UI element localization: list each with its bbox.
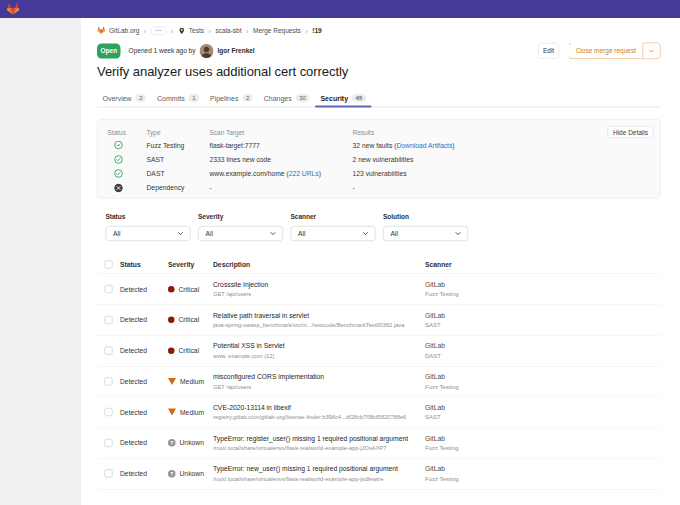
scanner-vendor: GitLab — [425, 372, 661, 382]
filter-solution: Solution All — [383, 213, 468, 241]
row-checkbox[interactable] — [105, 285, 113, 293]
mr-opened-text: Opened 1 week ago by — [129, 47, 196, 55]
vulnerability-row[interactable]: Detected Critical Potential XSS in Servl… — [97, 336, 661, 367]
urls-link[interactable]: 222 URLs — [289, 170, 319, 178]
row-checkbox[interactable] — [105, 439, 113, 447]
tab-label: Changes — [264, 94, 292, 102]
scanner-type: Fuzz Testing — [425, 443, 661, 452]
close-merge-request-button[interactable]: Close merge request — [569, 43, 643, 60]
filter-value: All — [206, 230, 270, 238]
vulnerability-status: Detected — [120, 439, 168, 447]
scan-target-text: 2333 lines new code — [210, 156, 272, 164]
chevron-down-icon — [455, 230, 462, 237]
vulnerability-row[interactable]: Detected Medium misconfigured CORS imple… — [97, 366, 661, 397]
summary-results: 2 new vulnerabilities — [353, 156, 651, 164]
filter-value: All — [298, 230, 362, 238]
mr-tabs: Overview 2 Commits 1 Pipelines 2 Changes… — [97, 89, 661, 108]
row-checkbox[interactable] — [105, 377, 113, 385]
summary-scan-target: www.example.com/home (222 URLs) — [210, 170, 353, 178]
vulnerability-status: Detected — [120, 408, 168, 416]
page: GitLab.org › ... › Tests › scala-sbt › — [0, 0, 680, 505]
summary-row-dast: DAST www.example.com/home (222 URLs) 123… — [108, 167, 651, 181]
top-navigation-bar — [0, 0, 680, 18]
results-text: 32 new faults ( — [353, 141, 397, 149]
vulnerability-filters: Status All Severity All Scanne — [106, 213, 661, 241]
breadcrumb-item-scala-sbt[interactable]: scala-sbt — [216, 27, 242, 35]
severity-label: Critical — [179, 347, 200, 355]
severity-filter-select[interactable]: All — [198, 226, 283, 241]
vulnerability-row[interactable]: Detected Critical Crosssite Injection GE… — [97, 274, 661, 305]
scanner-type: Fuzz Testing — [425, 474, 661, 483]
severity-label: Unkown — [180, 470, 204, 478]
severity-medium-icon — [168, 378, 176, 385]
status-success-icon — [114, 155, 123, 164]
gitlab-logo-icon[interactable] — [7, 3, 20, 16]
tab-pipelines[interactable]: Pipelines 2 — [204, 89, 258, 107]
summary-scan-target: flask-target:7777 — [210, 141, 353, 149]
select-all-checkbox[interactable] — [105, 261, 113, 269]
summary-scan-target: - — [210, 184, 353, 192]
summary-row-fuzz-testing: Fuzz Testing flask-target:7777 32 new fa… — [108, 138, 651, 152]
author-name[interactable]: Igor Frenkel — [217, 47, 254, 55]
vulnerability-row[interactable]: Detected ? Unkown TypeError: register_us… — [97, 428, 661, 459]
chevron-down-icon — [362, 230, 369, 237]
tab-security[interactable]: Security 45 — [315, 89, 371, 107]
row-checkbox[interactable] — [105, 408, 113, 416]
results-text: ) — [452, 141, 454, 149]
edit-button[interactable]: Edit — [538, 43, 559, 59]
tab-overview[interactable]: Overview 2 — [97, 89, 152, 107]
status-filter-select[interactable]: All — [106, 226, 191, 241]
hide-details-button[interactable]: Hide Details — [607, 126, 653, 138]
download-artifacts-link[interactable]: Download Artifacts — [396, 141, 452, 149]
left-sidebar — [0, 18, 81, 505]
vulnerability-title[interactable]: Relative path traversal in servlet — [213, 310, 425, 320]
close-merge-request-dropdown-button[interactable] — [643, 43, 661, 60]
status-failed-icon — [114, 183, 123, 192]
breadcrumb-item-gitlab-org[interactable]: GitLab.org — [97, 27, 139, 35]
severity-label: Critical — [179, 285, 200, 293]
vulnerability-status: Detected — [120, 316, 168, 324]
results-text: 2 new vulnerabilities — [353, 156, 414, 164]
solution-filter-select[interactable]: All — [383, 226, 468, 241]
chevron-down-icon — [177, 230, 184, 237]
vulnerability-row[interactable]: Detected Critical Relative path traversa… — [97, 305, 661, 336]
scanner-filter-select[interactable]: All — [291, 226, 376, 241]
vulnerability-row[interactable]: Detected Medium CVE-2020-13114 in libexi… — [97, 397, 661, 428]
tab-label: Commits — [157, 94, 185, 102]
vulnerability-title[interactable]: Potential XSS in Servlet — [213, 341, 425, 351]
vulnerability-location: registry.gitlab.com/gitlab-org/license-f… — [213, 413, 425, 422]
breadcrumb-separator-icon: › — [144, 27, 147, 35]
row-checkbox[interactable] — [105, 316, 113, 324]
scanner-type: Fuzz Testing — [425, 290, 661, 299]
breadcrumb-ellipsis-button[interactable]: ... — [151, 26, 167, 35]
scan-target-text: ) — [319, 170, 321, 178]
tab-changes[interactable]: Changes 30 — [258, 89, 315, 107]
vulnerability-title[interactable]: TypeError: register_user() missing 1 req… — [213, 433, 425, 443]
column-header-scanner: Scanner — [425, 261, 661, 269]
summary-results: - — [353, 184, 651, 192]
vulnerability-title[interactable]: Crosssite Injection — [213, 280, 425, 290]
tab-commits[interactable]: Commits 1 — [152, 89, 205, 107]
summary-type: Fuzz Testing — [147, 141, 210, 149]
vulnerability-title[interactable]: misconfigured CORS implementation — [213, 372, 425, 382]
row-checkbox[interactable] — [105, 470, 113, 478]
filter-value: All — [113, 230, 177, 238]
breadcrumb-item-merge-requests[interactable]: Merge Requests — [253, 27, 301, 35]
summary-results: 32 new faults (Download Artifacts) — [353, 141, 651, 149]
severity-medium-icon — [168, 409, 176, 416]
vulnerability-title[interactable]: CVE-2020-13114 in libexif — [213, 403, 425, 413]
filter-status: Status All — [106, 213, 191, 241]
breadcrumb-label: GitLab.org — [109, 27, 139, 35]
row-checkbox[interactable] — [105, 347, 113, 355]
vulnerability-row[interactable]: Detected ? Unkown TypeError: new_user() … — [97, 459, 661, 490]
breadcrumb-label: Merge Requests — [253, 27, 301, 35]
scanner-vendor: GitLab — [425, 403, 661, 413]
breadcrumb-item-tests[interactable]: Tests — [178, 27, 204, 35]
vulnerability-location: /root/.local/share/virtualenvs/flask-rea… — [213, 474, 425, 483]
vulnerability-title[interactable]: TypeError: new_user() missing 1 required… — [213, 464, 425, 474]
summary-type: SAST — [147, 156, 210, 164]
tab-count-badge: 1 — [189, 94, 199, 102]
author-avatar[interactable] — [199, 44, 213, 58]
severity-label: Unkown — [180, 439, 204, 447]
scanner-vendor: GitLab — [425, 341, 661, 351]
